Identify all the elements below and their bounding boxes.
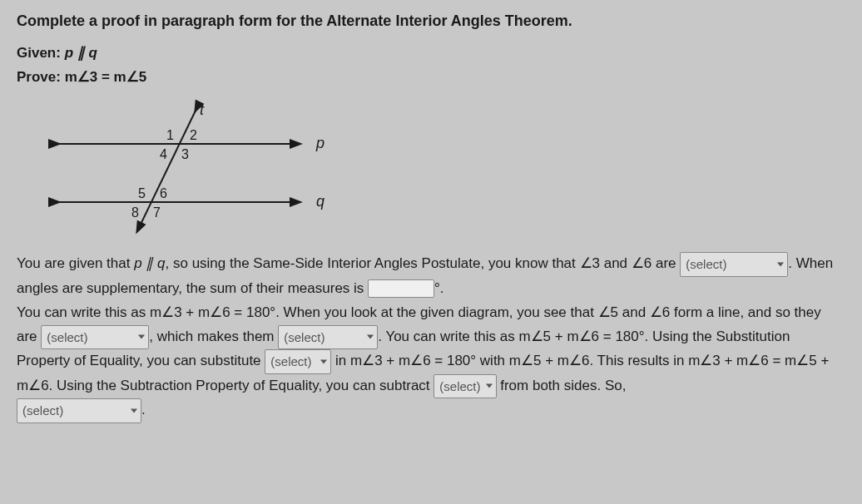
angle-7: 7 xyxy=(153,205,161,220)
given-line: Given: p ∥ q xyxy=(17,43,845,64)
text-10: . xyxy=(141,402,146,418)
angle-1: 1 xyxy=(166,128,174,142)
select-5[interactable]: (select) xyxy=(433,374,496,399)
given-text: p ∥ q xyxy=(65,45,97,61)
text-3: , so using the Same-Side Interior Angles… xyxy=(166,256,681,272)
select-4[interactable]: (select) xyxy=(265,349,331,374)
angle-2: 2 xyxy=(190,128,197,142)
label-p: p xyxy=(315,135,324,151)
page-title: Complete a proof in paragraph form for t… xyxy=(17,10,845,32)
angle-3: 3 xyxy=(181,147,189,161)
angle-6: 6 xyxy=(160,186,167,200)
degree-symbol: °. xyxy=(434,280,444,296)
label-t: t xyxy=(200,101,205,118)
select-1[interactable]: (select) xyxy=(680,252,788,277)
text-2: p ∥ q xyxy=(134,256,165,272)
angle-5: 5 xyxy=(138,186,146,200)
select-6[interactable]: (select) xyxy=(17,398,141,423)
proof-paragraph: You are given that p ∥ q, so using the S… xyxy=(17,252,845,422)
prove-label: Prove: xyxy=(17,69,61,85)
select-3[interactable]: (select) xyxy=(278,325,378,350)
angle-4: 4 xyxy=(160,147,167,161)
prove-line: Prove: m∠3 = m∠5 xyxy=(17,67,845,88)
prove-text: m∠3 = m∠5 xyxy=(65,69,147,85)
text-6: , which makes them xyxy=(149,329,278,344)
text-1: You are given that xyxy=(17,256,134,272)
given-label: Given: xyxy=(17,45,61,61)
select-2[interactable]: (select) xyxy=(41,325,149,350)
geometry-diagram: t p q 1 2 3 4 5 6 7 8 xyxy=(50,102,366,235)
diagram-svg: t p q 1 2 3 4 5 6 7 8 xyxy=(50,102,366,235)
input-degrees[interactable] xyxy=(368,279,434,298)
text-9: from both sides. So, xyxy=(497,378,627,393)
label-q: q xyxy=(316,193,324,210)
angle-8: 8 xyxy=(131,205,139,220)
